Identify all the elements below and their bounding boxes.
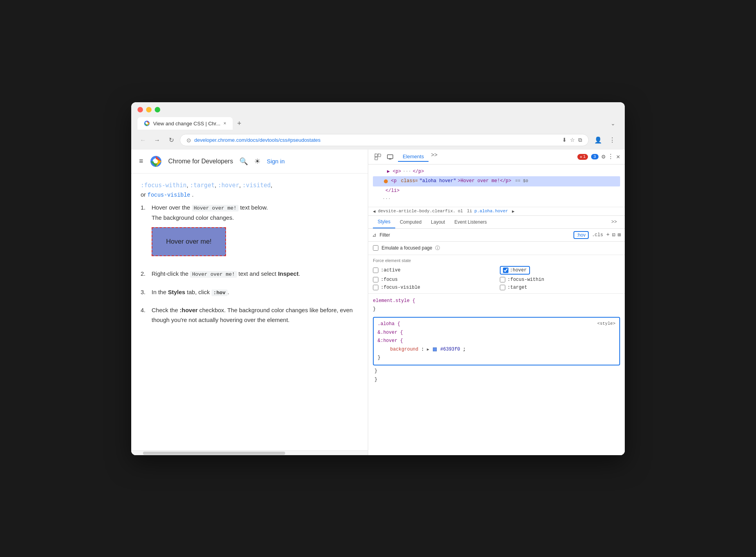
color-triangle-button[interactable]: ▶ [427,347,429,352]
steps-list: Hover over the Hover over me! text below… [141,203,358,325]
tab-close-button[interactable]: × [224,121,226,126]
active-tab[interactable]: View and change CSS | Chr... × [137,117,233,130]
devtools-close-button[interactable]: ✕ [616,153,620,161]
background-property-line: background : ▶ #6393f0 ; [378,345,615,354]
hover-selector-line: &.hover { [378,329,615,337]
emulate-help-icon[interactable]: ⓘ [435,245,440,251]
bg-value: #6393f0 [440,347,460,352]
sign-in-button[interactable]: Sign in [267,158,285,165]
url-text: developer.chrome.com/docs/devtools/css#p… [194,137,559,143]
scrollbar-thumb [143,452,285,455]
svg-rect-6 [375,154,378,157]
dom-line-3: </li> [373,187,620,195]
search-icon[interactable]: 🔍 [239,157,248,166]
devtools-settings-icon[interactable]: ⚙ [602,153,606,161]
elements-tab[interactable]: Elements [398,152,429,162]
outer-close-lines: } } [373,367,620,384]
aloha-selector: .aloha { [378,321,400,327]
tab-dropdown-button[interactable]: ⌄ [608,117,619,130]
hov-code-bold: :hov [212,289,228,295]
maximize-traffic-light[interactable] [155,107,160,112]
hover-bold: :hover [180,307,198,313]
bookmark-icon[interactable]: ☆ [570,137,575,143]
focus-within-link[interactable]: :focus-within [141,182,186,189]
target-link[interactable]: :target [190,182,215,189]
filter-bar: ⊿ Filter :hov .cls + ⊡ ⊞ [368,229,625,242]
toggle-properties-icon[interactable]: ⊡ [612,231,615,238]
filter-input[interactable]: Filter [380,232,570,238]
layout-editor-icon[interactable]: ⊞ [618,231,621,238]
hover-demo-box[interactable]: Hover over me! [152,227,226,256]
cursor-tool-icon[interactable] [373,152,382,161]
dom-tree: ▶ <p> ··· </p> <p class="aloha hover" >H… [368,165,625,207]
svg-rect-7 [378,154,381,157]
layout-tab[interactable]: Layout [426,216,450,228]
target-label: :target [508,285,527,290]
step-1-text: Hover over the Hover over me! text below… [152,203,358,213]
focus-visible-checkbox[interactable] [373,285,378,290]
styles-bold: Styles [168,289,185,295]
aloha-selector-line: .aloha { [378,320,615,329]
active-checkbox[interactable] [373,268,378,273]
close-traffic-light[interactable] [137,107,143,112]
browser-menu-button[interactable]: ⋮ [606,134,619,146]
focus-within-label: :focus-within [508,277,544,282]
theme-toggle-icon[interactable]: ☀ [254,157,260,166]
forward-button[interactable]: → [152,135,163,146]
step-3: In the Styles tab, click :hov. [141,287,358,297]
styles-more-tabs[interactable]: >> [608,219,620,225]
dom-line-4: ··· [373,195,620,204]
breadcrumb-item-4[interactable]: p.aloha.hover [474,209,508,213]
screen-share-icon[interactable]: ⬇ [562,137,567,143]
computed-tab[interactable]: Computed [395,216,426,228]
focus-within-checkbox[interactable] [500,277,505,282]
hover-link[interactable]: :hover [218,182,239,189]
focus-visible-link[interactable]: focus-visible [148,192,190,198]
devtools-toolbar: Elements >> ✕ 1 3 ⚙ ⋮ ✕ [368,150,625,165]
dom-line-2-selected[interactable]: <p class="aloha hover" >Hover over me!</… [373,176,620,186]
dom-equals-marker: == $0 [515,177,528,185]
cls-badge[interactable]: .cls [592,232,603,238]
address-security-icon: ⊙ [186,137,191,143]
dom-attr-class: class= [398,177,418,186]
devtools-panel: Elements >> ✕ 1 3 ⚙ ⋮ ✕ [368,150,625,455]
color-swatch[interactable] [433,347,437,351]
new-tab-button[interactable]: + [233,116,246,131]
breadcrumb-item-2[interactable]: ol [458,209,463,213]
devtools-more-menu[interactable]: ⋮ [608,153,614,161]
hamburger-menu-icon[interactable]: ≡ [139,157,143,165]
back-button[interactable]: ← [137,135,148,146]
breadcrumb-left-arrow[interactable]: ◀ [371,209,377,214]
responsive-tool-icon[interactable] [385,152,395,161]
extensions-icon[interactable]: ⧉ [578,137,582,143]
dom-line-1: ▶ <p> ··· </p> [373,168,620,176]
step-1: Hover over the Hover over me! text below… [141,203,358,261]
emulate-focused-checkbox[interactable] [373,245,378,251]
page-header: ≡ Chrome for Developers 🔍 ☀ Sign in [131,150,368,174]
close-line-3: } [374,376,620,384]
hover-checkbox[interactable] [503,268,508,273]
styles-tab[interactable]: Styles [373,216,395,228]
browser-toolbar: 👤 ⋮ [592,134,619,146]
bg-property: background [384,347,418,352]
visited-link[interactable]: :visited [242,182,271,189]
target-checkbox[interactable] [500,285,505,290]
address-bar[interactable]: ⊙ developer.chrome.com/docs/devtools/css… [180,134,589,146]
add-style-rule-icon[interactable]: + [606,231,610,238]
step1-code: Hover over me! [192,205,239,212]
title-bar: View and change CSS | Chr... × + ⌄ [131,102,625,131]
horizontal-scrollbar[interactable] [131,450,368,455]
event-listeners-tab[interactable]: Event Listeners [450,216,492,228]
error-badge: ✕ 1 [577,154,588,160]
breadcrumb-right-arrow[interactable]: ▶ [510,209,516,214]
reload-button[interactable]: ↻ [166,135,177,146]
focus-checkbox[interactable] [373,277,378,282]
profile-button[interactable]: 👤 [592,134,604,146]
breadcrumb-item-3[interactable]: li [467,209,472,213]
state-hover-item: :hover [500,266,620,275]
hov-badge[interactable]: :hov [573,231,589,239]
more-tabs-button[interactable]: >> [429,152,440,162]
css-rules: element.style { } <style> .aloha { &.hov… [368,294,625,455]
minimize-traffic-light[interactable] [146,107,152,112]
breadcrumb-item-1[interactable]: devsite-article-body.clearfix. [378,209,456,213]
